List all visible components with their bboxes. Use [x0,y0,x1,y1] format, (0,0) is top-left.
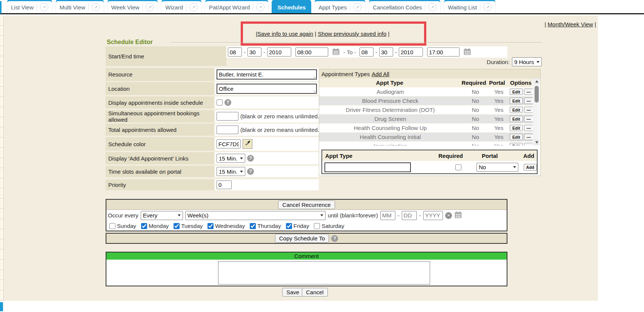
edit-button[interactable]: Edit [510,134,523,140]
friday-checkbox[interactable] [286,223,292,229]
open-new-window-icon[interactable]: ↗ [189,3,198,11]
start-time-input[interactable] [295,47,328,57]
comment-box: Comment [106,252,507,286]
open-new-window-icon[interactable]: ↗ [146,3,154,11]
monday-checkbox[interactable] [141,223,147,229]
until-month-input[interactable] [380,211,395,220]
save-info-link[interactable]: Save info to use again [257,31,313,37]
date-dash: - [263,49,265,55]
tab-schedules-active[interactable]: Schedules [272,0,311,13]
cancel-button[interactable]: Cancel [302,288,328,297]
new-appt-portal-select[interactable]: No [476,163,518,172]
wednesday-checkbox[interactable] [207,223,214,229]
save-button[interactable]: Save [282,288,303,297]
add-appt-header: Appt Type Required Portal Add [322,150,537,161]
duration-row: Duration: 9 Hours [487,57,542,66]
priority-input[interactable] [217,180,232,189]
tuesday-checkbox[interactable] [174,223,180,229]
tab-wizard[interactable]: Wizard↗ [161,0,202,13]
edit-button[interactable]: Edit [510,98,523,104]
saturday-checkbox[interactable] [314,223,320,229]
tab-appt-types[interactable]: Appt Types↗ [314,0,366,13]
until-year-input[interactable] [423,211,443,220]
appt-type-name: Blood Pressure Check [319,98,461,104]
open-new-window-icon[interactable]: ↗ [353,3,361,11]
help-icon[interactable]: ? [224,99,231,106]
field-label: Location [108,86,130,92]
portal-slots-select[interactable]: 15 Min. [217,167,245,176]
remove-button[interactable]: — [524,134,533,140]
help-icon[interactable]: ? [247,168,254,175]
end-year-input[interactable] [399,47,423,57]
add-all-link[interactable]: Add All [372,71,389,77]
open-new-window-icon[interactable]: ↗ [256,3,264,11]
new-appt-required-checkbox[interactable] [455,164,461,170]
scroll-down-button[interactable] [534,139,539,145]
remove-button[interactable]: — [524,98,533,104]
new-appt-type-input[interactable] [324,162,411,172]
tab-week-view[interactable]: Week View↗ [107,0,158,13]
comment-textarea[interactable] [218,261,430,284]
sunday-checkbox[interactable] [109,223,115,229]
collapsed-calendar-strip[interactable] [0,15,4,301]
calendar-icon[interactable] [332,48,340,57]
tab-pat-appt-wizard[interactable]: Pat/Appt Wizard↗ [205,0,269,13]
thursday-checkbox[interactable] [250,223,256,229]
copy-schedule-button[interactable]: Copy Schedule To [275,234,329,243]
color-picker-button[interactable] [243,139,252,149]
duration-select[interactable]: 9 Hours [512,57,542,66]
unit-select[interactable]: Week(s) [185,211,326,220]
select-value: 15 Min. [219,155,237,162]
appt-types-scrollbar[interactable] [533,78,539,145]
table-row: Health Counseling Follow UpNoYesEdit— [319,124,533,133]
cancel-recurrence-button[interactable]: Cancel Recurrence [278,200,335,209]
remove-button[interactable]: — [524,143,533,145]
edit-button[interactable]: Edit [510,107,523,113]
start-month-input[interactable] [228,47,242,57]
priority-cell [215,179,319,190]
end-day-input[interactable] [379,47,393,57]
edit-button[interactable]: Edit [510,143,523,145]
calendar-icon[interactable] [454,211,462,220]
add-links-select[interactable]: 15 Min. [217,154,245,163]
tab-multi-view[interactable]: Multi View↗ [55,0,104,13]
tab-cancellation-codes[interactable]: Cancellation Codes↗ [369,0,441,13]
clear-date-icon[interactable]: ✕ [445,212,452,219]
edit-button[interactable]: Edit [510,116,523,122]
month-week-view-link[interactable]: Month/Week View [548,21,593,28]
location-input[interactable] [217,84,317,94]
edit-button[interactable]: Edit [510,89,523,95]
show-saved-info-link[interactable]: Show previously saved info [318,31,387,37]
remove-button[interactable]: — [524,107,533,113]
start-day-input[interactable] [247,47,261,57]
display-appts-checkbox[interactable] [217,99,223,106]
open-new-window-icon[interactable]: ↗ [428,3,437,11]
tab-divider [88,3,89,11]
resource-input[interactable] [217,69,317,80]
frequency-select[interactable]: Every [141,211,183,220]
help-icon[interactable]: ? [247,155,254,162]
col-appt-type: Appt Type [322,153,438,159]
total-appts-input[interactable] [217,125,238,134]
remove-button[interactable]: — [524,125,533,131]
add-appt-type-button[interactable]: Add [524,164,537,171]
end-month-input[interactable] [360,47,373,57]
calendar-icon[interactable] [463,48,471,57]
tab-list-view[interactable]: List View↗ [7,0,52,13]
start-year-input[interactable] [267,47,291,57]
schedule-color-input[interactable] [217,139,241,148]
open-new-window-icon[interactable]: ↗ [40,3,48,11]
edit-button[interactable]: Edit [510,125,523,131]
end-time-input[interactable] [427,47,460,57]
until-day-input[interactable] [402,211,417,220]
open-new-window-icon[interactable]: ↗ [92,3,100,11]
remove-button[interactable]: — [524,89,533,95]
open-new-window-icon[interactable]: ↗ [483,3,492,11]
scrollbar-thumb[interactable] [535,86,539,102]
separator: | [313,31,318,37]
help-icon[interactable]: ? [331,235,338,242]
remove-button[interactable]: — [524,116,533,122]
simultaneous-input[interactable] [217,112,238,121]
tab-waiting-list[interactable]: Waiting List↗ [444,0,496,13]
scroll-up-button[interactable] [534,78,539,84]
